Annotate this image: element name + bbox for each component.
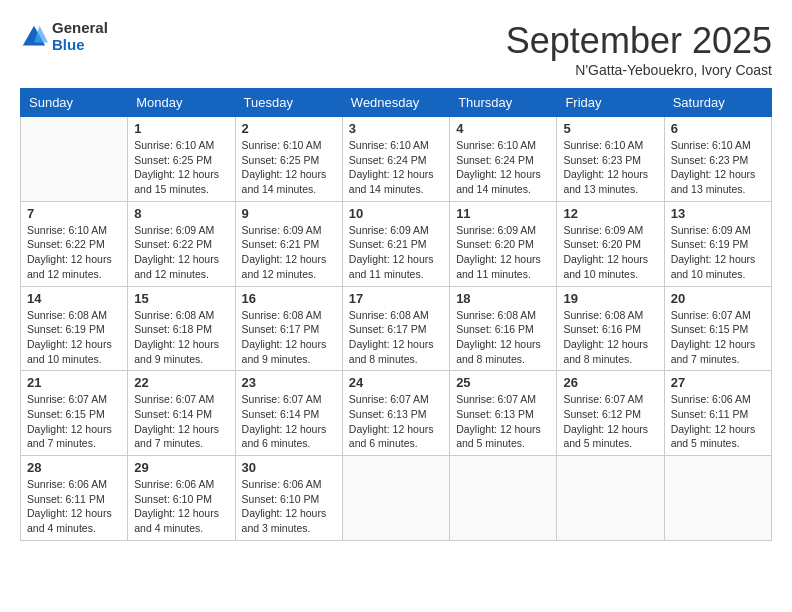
calendar-cell: 21Sunrise: 6:07 AM Sunset: 6:15 PM Dayli… [21, 371, 128, 456]
day-info: Sunrise: 6:09 AM Sunset: 6:21 PM Dayligh… [242, 223, 336, 282]
location-subtitle: N'Gatta-Yebouekro, Ivory Coast [506, 62, 772, 78]
day-number: 19 [563, 291, 657, 306]
day-info: Sunrise: 6:09 AM Sunset: 6:22 PM Dayligh… [134, 223, 228, 282]
day-number: 28 [27, 460, 121, 475]
calendar-cell: 20Sunrise: 6:07 AM Sunset: 6:15 PM Dayli… [664, 286, 771, 371]
calendar-cell: 8Sunrise: 6:09 AM Sunset: 6:22 PM Daylig… [128, 201, 235, 286]
day-number: 10 [349, 206, 443, 221]
day-info: Sunrise: 6:07 AM Sunset: 6:13 PM Dayligh… [456, 392, 550, 451]
day-info: Sunrise: 6:09 AM Sunset: 6:20 PM Dayligh… [456, 223, 550, 282]
calendar-cell: 2Sunrise: 6:10 AM Sunset: 6:25 PM Daylig… [235, 117, 342, 202]
day-number: 1 [134, 121, 228, 136]
day-info: Sunrise: 6:08 AM Sunset: 6:16 PM Dayligh… [456, 308, 550, 367]
calendar-cell [21, 117, 128, 202]
day-info: Sunrise: 6:07 AM Sunset: 6:12 PM Dayligh… [563, 392, 657, 451]
day-number: 21 [27, 375, 121, 390]
title-section: September 2025 N'Gatta-Yebouekro, Ivory … [506, 20, 772, 78]
day-info: Sunrise: 6:10 AM Sunset: 6:23 PM Dayligh… [563, 138, 657, 197]
day-info: Sunrise: 6:09 AM Sunset: 6:19 PM Dayligh… [671, 223, 765, 282]
calendar-cell: 28Sunrise: 6:06 AM Sunset: 6:11 PM Dayli… [21, 456, 128, 541]
day-of-week-header: Sunday [21, 89, 128, 117]
calendar-cell [664, 456, 771, 541]
calendar-cell: 25Sunrise: 6:07 AM Sunset: 6:13 PM Dayli… [450, 371, 557, 456]
day-of-week-header: Friday [557, 89, 664, 117]
day-number: 22 [134, 375, 228, 390]
calendar-cell: 5Sunrise: 6:10 AM Sunset: 6:23 PM Daylig… [557, 117, 664, 202]
day-number: 30 [242, 460, 336, 475]
day-info: Sunrise: 6:08 AM Sunset: 6:17 PM Dayligh… [242, 308, 336, 367]
calendar-table: SundayMondayTuesdayWednesdayThursdayFrid… [20, 88, 772, 541]
day-info: Sunrise: 6:09 AM Sunset: 6:20 PM Dayligh… [563, 223, 657, 282]
calendar-week-row: 1Sunrise: 6:10 AM Sunset: 6:25 PM Daylig… [21, 117, 772, 202]
day-info: Sunrise: 6:08 AM Sunset: 6:17 PM Dayligh… [349, 308, 443, 367]
day-number: 25 [456, 375, 550, 390]
calendar-cell [342, 456, 449, 541]
calendar-cell: 12Sunrise: 6:09 AM Sunset: 6:20 PM Dayli… [557, 201, 664, 286]
day-info: Sunrise: 6:06 AM Sunset: 6:10 PM Dayligh… [134, 477, 228, 536]
day-number: 12 [563, 206, 657, 221]
calendar-cell [557, 456, 664, 541]
calendar-cell: 3Sunrise: 6:10 AM Sunset: 6:24 PM Daylig… [342, 117, 449, 202]
day-info: Sunrise: 6:07 AM Sunset: 6:15 PM Dayligh… [27, 392, 121, 451]
day-number: 20 [671, 291, 765, 306]
day-info: Sunrise: 6:10 AM Sunset: 6:22 PM Dayligh… [27, 223, 121, 282]
day-number: 9 [242, 206, 336, 221]
calendar-cell: 26Sunrise: 6:07 AM Sunset: 6:12 PM Dayli… [557, 371, 664, 456]
calendar-cell: 23Sunrise: 6:07 AM Sunset: 6:14 PM Dayli… [235, 371, 342, 456]
day-number: 15 [134, 291, 228, 306]
calendar-cell: 24Sunrise: 6:07 AM Sunset: 6:13 PM Dayli… [342, 371, 449, 456]
day-number: 17 [349, 291, 443, 306]
calendar-cell: 16Sunrise: 6:08 AM Sunset: 6:17 PM Dayli… [235, 286, 342, 371]
day-number: 8 [134, 206, 228, 221]
day-info: Sunrise: 6:09 AM Sunset: 6:21 PM Dayligh… [349, 223, 443, 282]
day-info: Sunrise: 6:10 AM Sunset: 6:25 PM Dayligh… [242, 138, 336, 197]
day-number: 5 [563, 121, 657, 136]
calendar-cell: 30Sunrise: 6:06 AM Sunset: 6:10 PM Dayli… [235, 456, 342, 541]
calendar-cell: 17Sunrise: 6:08 AM Sunset: 6:17 PM Dayli… [342, 286, 449, 371]
calendar-week-row: 28Sunrise: 6:06 AM Sunset: 6:11 PM Dayli… [21, 456, 772, 541]
calendar-week-row: 21Sunrise: 6:07 AM Sunset: 6:15 PM Dayli… [21, 371, 772, 456]
calendar-cell: 15Sunrise: 6:08 AM Sunset: 6:18 PM Dayli… [128, 286, 235, 371]
calendar-cell: 7Sunrise: 6:10 AM Sunset: 6:22 PM Daylig… [21, 201, 128, 286]
calendar-week-row: 14Sunrise: 6:08 AM Sunset: 6:19 PM Dayli… [21, 286, 772, 371]
day-number: 14 [27, 291, 121, 306]
day-info: Sunrise: 6:07 AM Sunset: 6:14 PM Dayligh… [134, 392, 228, 451]
calendar-cell: 22Sunrise: 6:07 AM Sunset: 6:14 PM Dayli… [128, 371, 235, 456]
day-info: Sunrise: 6:08 AM Sunset: 6:18 PM Dayligh… [134, 308, 228, 367]
day-number: 13 [671, 206, 765, 221]
day-of-week-header: Monday [128, 89, 235, 117]
day-number: 18 [456, 291, 550, 306]
day-info: Sunrise: 6:10 AM Sunset: 6:23 PM Dayligh… [671, 138, 765, 197]
day-info: Sunrise: 6:07 AM Sunset: 6:15 PM Dayligh… [671, 308, 765, 367]
calendar-cell: 1Sunrise: 6:10 AM Sunset: 6:25 PM Daylig… [128, 117, 235, 202]
logo: General Blue [20, 20, 108, 53]
day-info: Sunrise: 6:08 AM Sunset: 6:19 PM Dayligh… [27, 308, 121, 367]
day-number: 7 [27, 206, 121, 221]
day-number: 3 [349, 121, 443, 136]
day-number: 27 [671, 375, 765, 390]
day-of-week-header: Wednesday [342, 89, 449, 117]
day-info: Sunrise: 6:08 AM Sunset: 6:16 PM Dayligh… [563, 308, 657, 367]
day-of-week-header: Saturday [664, 89, 771, 117]
day-number: 16 [242, 291, 336, 306]
logo-text: General Blue [52, 20, 108, 53]
day-info: Sunrise: 6:06 AM Sunset: 6:11 PM Dayligh… [671, 392, 765, 451]
logo-blue: Blue [52, 37, 108, 54]
day-info: Sunrise: 6:07 AM Sunset: 6:13 PM Dayligh… [349, 392, 443, 451]
day-number: 6 [671, 121, 765, 136]
month-title: September 2025 [506, 20, 772, 62]
calendar-cell [450, 456, 557, 541]
day-of-week-header: Thursday [450, 89, 557, 117]
page-header: General Blue September 2025 N'Gatta-Yebo… [20, 20, 772, 78]
day-number: 24 [349, 375, 443, 390]
day-number: 4 [456, 121, 550, 136]
day-info: Sunrise: 6:10 AM Sunset: 6:24 PM Dayligh… [349, 138, 443, 197]
day-info: Sunrise: 6:06 AM Sunset: 6:10 PM Dayligh… [242, 477, 336, 536]
day-number: 29 [134, 460, 228, 475]
calendar-cell: 11Sunrise: 6:09 AM Sunset: 6:20 PM Dayli… [450, 201, 557, 286]
day-number: 11 [456, 206, 550, 221]
day-info: Sunrise: 6:10 AM Sunset: 6:24 PM Dayligh… [456, 138, 550, 197]
logo-general: General [52, 20, 108, 37]
day-info: Sunrise: 6:06 AM Sunset: 6:11 PM Dayligh… [27, 477, 121, 536]
calendar-header-row: SundayMondayTuesdayWednesdayThursdayFrid… [21, 89, 772, 117]
